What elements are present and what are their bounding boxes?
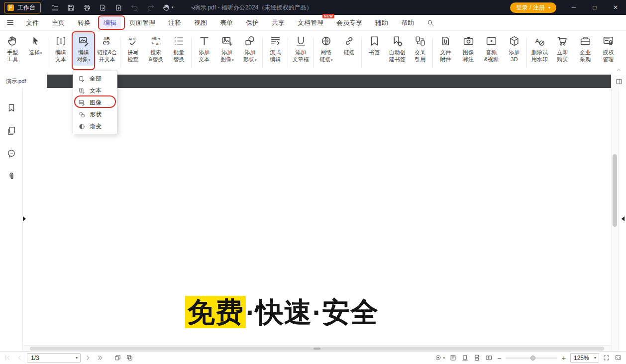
first-page-button[interactable]: ▾ — [4, 354, 11, 362]
last-page-button[interactable]: ▾ — [96, 354, 104, 362]
search-icon[interactable] — [426, 19, 434, 27]
license-management-button[interactable]: 授权 管理▾ — [597, 33, 619, 65]
pages-panel-button[interactable] — [6, 126, 16, 136]
bookmarks-panel-button[interactable] — [6, 103, 16, 113]
print-icon[interactable]: ▾ — [83, 3, 91, 12]
next-page-button-icon — [84, 354, 92, 362]
zoom-in-button[interactable]: + — [561, 354, 567, 362]
save-icon-icon — [67, 3, 75, 12]
zoom-slider[interactable] — [506, 355, 557, 362]
menu-doc-management[interactable]: 文档管理 NEW — [293, 16, 328, 30]
select-tool-button-icon — [29, 35, 42, 47]
comments-panel-button[interactable] — [6, 149, 16, 159]
save-icon[interactable]: ▾ — [67, 3, 75, 12]
single-page-view-button[interactable]: ▾ — [461, 354, 469, 362]
view-mode-button-icon — [434, 354, 442, 362]
add-article-box-button[interactable]: 添加 文章框▾ — [290, 33, 312, 65]
export-pdf-icon[interactable]: ▾ — [99, 3, 107, 12]
document-tab[interactable]: 演示.pdf — [0, 75, 47, 88]
panel-toggle-icon[interactable] — [615, 78, 623, 86]
maximize-button[interactable]: □ — [584, 0, 605, 15]
menu-help[interactable]: 帮助 — [397, 16, 418, 30]
highlighted-text: 免费 — [185, 296, 246, 328]
page-headline[interactable]: 免费·快速·安全 — [185, 294, 379, 332]
collapse-left-panel-arrow[interactable] — [23, 216, 26, 221]
edit-image-option[interactable]: 图像 — [73, 96, 117, 108]
continuous-view-button[interactable]: ▾ — [473, 354, 481, 362]
snapshot-button[interactable]: ▾ — [114, 354, 121, 362]
enterprise-purchase-button[interactable]: 企业 采购▾ — [574, 33, 596, 65]
menu-share[interactable]: 共享 — [267, 16, 289, 30]
menu-convert[interactable]: 转换 — [73, 16, 95, 30]
edit-text-option[interactable]: 文本 — [73, 85, 117, 96]
page-indicator: 1/3 — [31, 355, 39, 362]
open-file-icon[interactable]: ▾ — [51, 3, 59, 12]
link-merge-text-button[interactable]: AB 链接&合 并文本▾ — [96, 33, 118, 65]
menu-view[interactable]: 视图 — [190, 16, 211, 30]
fullscreen-button[interactable]: ▾ — [603, 354, 610, 362]
attachments-panel-button[interactable] — [6, 172, 16, 182]
search-replace-button[interactable]: ABAC 搜索 &替换▾ — [145, 33, 167, 65]
zoom-out-button[interactable]: − — [496, 354, 502, 362]
menu-protect[interactable]: 保护 — [241, 16, 263, 30]
edit-text-button[interactable]: 编辑 文本▾ — [50, 33, 72, 65]
clipboard-button-icon — [126, 354, 133, 362]
minimize-button[interactable]: ─ — [563, 0, 584, 15]
fit-screen-button[interactable]: ▾ — [615, 354, 622, 362]
reflow-edit-button[interactable]: 流式 编辑▾ — [264, 33, 286, 65]
bookmark-button[interactable]: 书签▾ — [363, 33, 385, 58]
h-scrollbar-thumb[interactable] — [30, 347, 604, 351]
remove-trial-watermark-button[interactable]: A 删除试 用水印▾ — [528, 33, 550, 65]
menu-edit[interactable]: 编辑 — [99, 16, 121, 30]
menu-home[interactable]: 主页 — [47, 16, 69, 30]
undo-icon[interactable]: ▾ — [130, 3, 139, 12]
reading-mode-button[interactable]: ▾ — [449, 354, 457, 362]
hand-tool-button[interactable]: 手型 工具▾ — [1, 33, 23, 65]
edit-shape-option[interactable]: 形状 — [73, 108, 117, 120]
link-button[interactable]: 链接▾ — [338, 33, 360, 58]
menu-assist[interactable]: 辅助 — [371, 16, 393, 30]
zoom-slider-knob[interactable] — [530, 356, 535, 361]
hand-gesture-icon[interactable]: ▾ — [162, 3, 174, 12]
collapse-ribbon-icon[interactable] — [616, 67, 622, 73]
edit-object-button[interactable]: 编辑 对象▾ — [73, 33, 95, 66]
workspace-button[interactable]: 工作台 — [4, 2, 41, 13]
audio-video-button[interactable]: 音频 &视频▾ — [480, 33, 502, 65]
add-shape-button[interactable]: 添加 形状▾ — [239, 33, 261, 66]
edit-all-option[interactable]: 全部 — [73, 73, 117, 85]
menu-comment[interactable]: 注释 — [164, 16, 186, 30]
cross-reference-button[interactable]: 交叉 引用▾ — [409, 33, 431, 65]
file-attachment-button[interactable]: 文件 附件▾ — [434, 33, 456, 65]
login-register-button[interactable]: 登录 / 注册 ▾ — [510, 2, 556, 13]
add-text-button[interactable]: 添加 文本▾ — [193, 33, 215, 65]
menu-file[interactable]: 文件 — [21, 16, 43, 30]
add-3d-button[interactable]: 添加 3D▾ — [503, 33, 525, 65]
v-scrollbar-thumb[interactable] — [613, 154, 617, 227]
page-number-combo[interactable]: 1/3 ▾ — [27, 353, 81, 363]
close-button[interactable]: ✕ — [605, 0, 626, 15]
menu-page-management[interactable]: 页面管理 — [125, 16, 160, 30]
spell-check-button[interactable]: ABC 拼写 检查▾ — [122, 33, 144, 65]
menu-member-exclusive[interactable]: 会员专享 — [332, 16, 367, 30]
edit-gradient-option[interactable]: 渐变 — [73, 120, 117, 132]
facing-view-button[interactable]: ▾ — [485, 354, 493, 362]
hamburger-menu-icon[interactable] — [6, 18, 14, 27]
create-pdf-icon[interactable]: ▾ — [114, 3, 123, 12]
view-mode-button[interactable]: ▾ — [434, 354, 445, 362]
next-page-button[interactable]: ▾ — [84, 354, 92, 362]
clipboard-button[interactable]: ▾ — [126, 354, 133, 362]
h-scrollbar[interactable] — [23, 345, 611, 351]
zoom-level-combo[interactable]: 125% ▾ — [570, 353, 599, 363]
image-annotation-button[interactable]: 图像 标注▾ — [457, 33, 479, 65]
add-image-button[interactable]: 添加 图像▾ — [216, 33, 238, 66]
batch-replace-button[interactable]: 批量 替换▾ — [168, 33, 190, 65]
web-link-button[interactable]: 网络 链接▾ — [315, 33, 337, 66]
redo-icon[interactable]: ▾ — [146, 3, 155, 12]
prev-page-button[interactable]: ▾ — [16, 354, 23, 362]
select-tool-button[interactable]: 选择▾ — [24, 33, 46, 59]
auto-create-bookmark-button[interactable]: 自动创 建书签▾ — [386, 33, 408, 65]
collapse-right-panel-arrow[interactable] — [622, 216, 625, 221]
menu-form[interactable]: 表单 — [215, 16, 237, 30]
v-scrollbar[interactable] — [611, 88, 618, 351]
buy-now-button[interactable]: 立即 购买▾ — [551, 33, 573, 65]
